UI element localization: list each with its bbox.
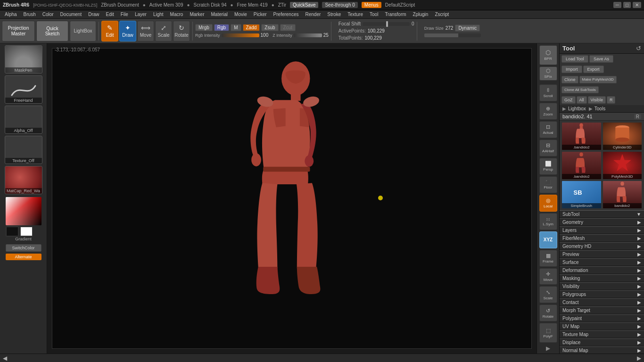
displacement-section[interactable]: Displace ▶ <box>560 338 644 346</box>
menu-render[interactable]: Render <box>303 11 324 17</box>
scale-ctrl-btn[interactable]: ⤡ Scale <box>539 286 557 303</box>
alternate-btn[interactable]: Alternate <box>6 254 41 260</box>
draw-btn[interactable]: ✦ Draw <box>119 21 136 41</box>
rotate-ctrl-btn[interactable]: ↺ Rotate <box>539 304 557 321</box>
draw-size-slider[interactable] <box>424 33 481 37</box>
zsub-btn[interactable]: Zsub <box>261 24 278 31</box>
geometry-section[interactable]: Geometry ▶ <box>560 218 644 226</box>
actual-btn[interactable]: ⊡ Actual <box>539 121 557 138</box>
goz-btn[interactable]: GoZ <box>561 96 576 104</box>
r-btn[interactable]: R <box>607 96 616 104</box>
save-as-btn[interactable]: Save As <box>589 55 613 63</box>
seethrough-btn[interactable]: See-through 0 <box>322 2 357 8</box>
uv-map-section[interactable]: UV Map ▶ <box>560 322 644 330</box>
menu-layer[interactable]: Layer <box>132 11 149 17</box>
collapse-arrow[interactable]: ▶ <box>538 345 558 352</box>
menu-file[interactable]: File <box>118 11 131 17</box>
aahalf-btn[interactable]: ⊟ AAHalf <box>539 140 557 156</box>
minimize-btn[interactable]: ─ <box>613 2 621 8</box>
close-btn[interactable]: ✕ <box>633 2 641 8</box>
thumb-simplebrush[interactable]: SB SimpleBrush <box>561 181 602 209</box>
bottom-right-arrow[interactable]: ▶ <box>637 355 641 362</box>
menus-btn[interactable]: Menus <box>362 2 381 8</box>
polygroups-section[interactable]: Polygroups ▶ <box>560 290 644 298</box>
menu-stroke[interactable]: Stroke <box>324 11 344 17</box>
menu-texture[interactable]: Texture <box>345 11 366 17</box>
subtool-section[interactable]: SubTool ▼ <box>560 210 644 218</box>
switch-color-btn[interactable]: SwitchColor <box>6 244 41 252</box>
normal-map-section[interactable]: Normal Map ▶ <box>560 346 644 354</box>
freehand-thumb[interactable]: FreeHand <box>5 75 42 104</box>
menu-material[interactable]: Material <box>208 11 231 17</box>
menu-zplugin[interactable]: Zplugin <box>410 11 431 17</box>
menu-zscript[interactable]: Zscript <box>432 11 452 17</box>
projection-master-btn[interactable]: Projection Master <box>2 21 35 41</box>
layers-section[interactable]: Layers ▶ <box>560 226 644 234</box>
menu-tool[interactable]: Tool <box>367 11 381 17</box>
matcap-thumb[interactable]: MatCap_Red_Wa <box>5 166 42 194</box>
maskpen-thumb[interactable]: MaskPen <box>5 45 42 74</box>
alpha-thumb[interactable]: Alpha_Off <box>5 106 42 134</box>
menu-color[interactable]: Color <box>40 11 57 17</box>
lightbox-header[interactable]: ▶ Lightbox ▶ Tools <box>560 105 644 113</box>
menu-brush[interactable]: Brush <box>21 11 39 17</box>
spix-btn[interactable]: ⬡ SPix <box>539 66 557 81</box>
all-btn[interactable]: All <box>577 96 587 104</box>
texture-map-section[interactable]: Texture Map ▶ <box>560 330 644 338</box>
fg-color-swatch[interactable] <box>6 226 19 237</box>
local-btn[interactable]: ◎ Local <box>539 195 557 212</box>
morph-target-section[interactable]: Morph Target ▶ <box>560 306 644 314</box>
surface-section[interactable]: Surface ▶ <box>560 258 644 266</box>
deformation-section[interactable]: Deformation ▶ <box>560 266 644 274</box>
dynamic-label[interactable]: Dynamic <box>455 25 480 32</box>
menu-marker[interactable]: Marker <box>187 11 207 17</box>
thumb-cylinder3d[interactable]: Cylinder3D <box>603 122 643 150</box>
zadd-btn[interactable]: Zadd <box>243 24 260 31</box>
menu-preferences[interactable]: Preferences <box>271 11 302 17</box>
thumb-bandido2[interactable]: .bandido2 <box>561 122 602 150</box>
frame-btn[interactable]: ▦ Frame <box>539 250 557 267</box>
texture-thumb[interactable]: Texture_Off <box>5 136 42 164</box>
visibility-section[interactable]: Visibility ▶ <box>560 282 644 290</box>
menu-document[interactable]: Document <box>58 11 85 17</box>
thumb-polymesh-bandido2[interactable]: .bandido2 <box>561 151 602 180</box>
menu-draw[interactable]: Draw <box>85 11 102 17</box>
make-polymesh-btn[interactable]: Make PolyMesh3D <box>579 76 617 83</box>
thumb-bandido2-right[interactable]: bandido2 <box>603 181 643 209</box>
load-tool-btn[interactable]: Load Tool <box>561 55 588 63</box>
menu-transform[interactable]: Transform <box>382 11 409 17</box>
focal-shift-slider[interactable] <box>363 22 410 26</box>
thumb-polymesh3d[interactable]: PolyMesh3D <box>603 151 643 180</box>
bottom-left-arrow[interactable]: ◀ <box>3 355 7 362</box>
polypaint-section[interactable]: Polypaint ▶ <box>560 314 644 322</box>
tool-refresh-icon[interactable]: ↺ <box>636 45 641 52</box>
polyf-btn[interactable]: ⬚ PolyF <box>539 323 557 343</box>
masking-section[interactable]: Masking ▶ <box>560 274 644 282</box>
move-btn[interactable]: ⟺ Move <box>137 21 154 41</box>
menu-light[interactable]: Light <box>150 11 166 17</box>
menu-macro[interactable]: Macro <box>167 11 186 17</box>
m-btn[interactable]: M <box>231 24 241 31</box>
contact-section[interactable]: Contact ▶ <box>560 298 644 306</box>
export-btn[interactable]: Export <box>583 66 604 73</box>
bpr-btn[interactable]: ⬡ BPR <box>539 45 557 65</box>
rotate-btn[interactable]: ↻ Rotate <box>173 21 190 41</box>
clone-btn[interactable]: Clone <box>561 76 578 83</box>
color-square[interactable] <box>6 197 41 225</box>
persp-btn[interactable]: ⬜ Persp <box>539 158 557 175</box>
xyz-btn[interactable]: XYZ <box>539 231 557 248</box>
rgb-btn[interactable]: Rgb <box>214 24 229 31</box>
mrgb-btn[interactable]: Mrgb <box>195 24 213 31</box>
bg-color-swatch[interactable] <box>20 226 33 237</box>
z-intensity-slider[interactable] <box>294 33 322 37</box>
menu-picker[interactable]: Picker <box>251 11 270 17</box>
zcut-btn[interactable]: Zcut <box>280 24 296 31</box>
clone-all-btn[interactable]: Clone All SubTools <box>561 86 599 93</box>
rgb-intensity-slider[interactable] <box>222 33 259 37</box>
menu-alpha[interactable]: Alpha <box>2 11 20 17</box>
import-btn[interactable]: Import <box>561 66 582 73</box>
visible-btn[interactable]: Visible <box>588 96 606 104</box>
lightbox-btn[interactable]: LightBox <box>70 21 96 41</box>
quick-sketch-btn[interactable]: Quick Sketch <box>36 21 68 41</box>
geometryhd-section[interactable]: Geometry HD ▶ <box>560 242 644 250</box>
